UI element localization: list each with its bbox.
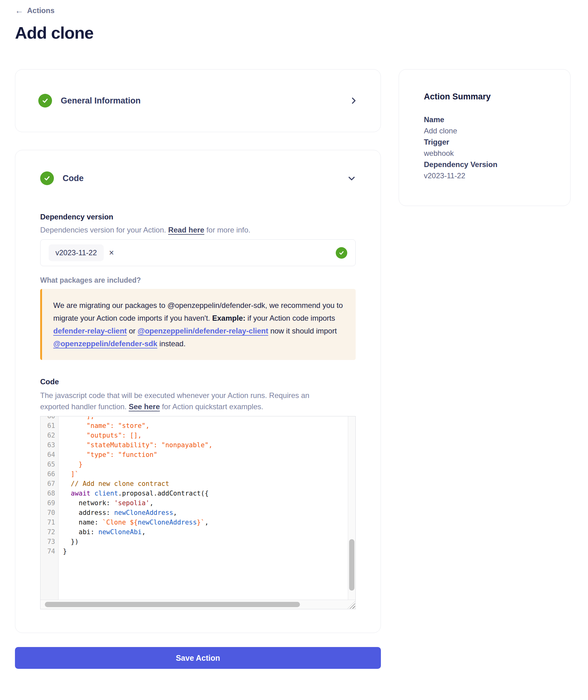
action-summary-list: NameAdd cloneTriggerwebhookDependency Ve…	[424, 114, 545, 181]
code-line: "outputs": [],	[63, 431, 348, 441]
code-section-title: Code	[63, 174, 84, 183]
line-number: 61	[40, 421, 55, 431]
code-line: ],	[63, 417, 348, 421]
note-text: now it should import	[268, 326, 337, 335]
line-number: 62	[40, 431, 55, 441]
note-text: Example:	[212, 314, 245, 322]
horizontal-scrollbar-thumb[interactable]	[45, 602, 300, 607]
save-action-button[interactable]: Save Action	[15, 647, 381, 669]
note-text: if your Action code imports	[245, 314, 335, 322]
package-link[interactable]: @openzeppelin/defender-relay-client	[138, 326, 268, 335]
line-number: 63	[40, 441, 55, 450]
code-line: }	[63, 460, 348, 469]
add-clone-page: ← Actions Add clone General Information	[0, 0, 588, 678]
dependency-version-description: Dependencies version for your Action. Re…	[40, 226, 356, 234]
dependency-version-label: Dependency version	[40, 212, 356, 221]
input-valid-check-icon	[336, 247, 347, 259]
code-line: abi: newCloneAbi,	[63, 527, 348, 537]
migration-note-box: We are migrating our packages to @openze…	[40, 289, 356, 360]
general-information-card[interactable]: General Information	[15, 69, 381, 132]
vertical-scrollbar-thumb[interactable]	[349, 539, 354, 591]
see-here-link[interactable]: See here	[129, 403, 160, 411]
read-here-link[interactable]: Read here	[168, 226, 204, 234]
action-summary-title: Action Summary	[424, 92, 545, 102]
code-field-description: The javascript code that will be execute…	[40, 390, 320, 412]
code-line: await client.proposal.addContract({	[63, 489, 348, 498]
code-line: network: 'sepolia',	[63, 498, 348, 508]
packages-included-label: What packages are included?	[40, 276, 356, 284]
summary-item-label: Trigger	[424, 136, 545, 148]
code-editor[interactable]: 606162636465666768697071727374 ], "name"…	[40, 416, 356, 609]
dependency-desc-suffix: for more info.	[204, 226, 250, 234]
line-number: 68	[40, 489, 55, 498]
editor-vertical-scrollbar[interactable]	[348, 417, 355, 600]
page-title: Add clone	[15, 23, 571, 42]
chevron-right-icon[interactable]	[349, 97, 358, 105]
line-number: 67	[40, 479, 55, 489]
line-number: 64	[40, 450, 55, 460]
line-number: 66	[40, 469, 55, 479]
summary-item-label: Name	[424, 114, 545, 125]
package-link[interactable]: @openzeppelin/defender-sdk	[53, 339, 157, 348]
chevron-down-icon[interactable]	[348, 174, 356, 182]
code-line: "name": "store",	[63, 421, 348, 431]
note-text: or	[127, 326, 138, 335]
line-number: 69	[40, 498, 55, 508]
code-card: Code Dependency version Dependencies ver…	[15, 150, 381, 633]
code-line: name: `Clone ${newCloneAddress}`,	[63, 518, 348, 527]
breadcrumb-back-actions[interactable]: ← Actions	[15, 6, 55, 15]
line-number: 65	[40, 460, 55, 469]
summary-item-value: webhook	[424, 148, 545, 159]
editor-line-number-gutter: 606162636465666768697071727374	[40, 417, 59, 600]
summary-item-value: Add clone	[424, 125, 545, 136]
code-line: ]`	[63, 469, 348, 479]
note-text: instead.	[157, 339, 186, 348]
code-line: // Add new clone contract	[63, 479, 348, 489]
remove-tag-icon[interactable]: ×	[109, 249, 114, 257]
arrow-left-icon: ←	[15, 7, 23, 15]
line-number: 60	[40, 417, 55, 421]
check-circle-icon	[40, 171, 54, 185]
breadcrumb-label: Actions	[27, 6, 55, 15]
action-summary-card: Action Summary NameAdd cloneTriggerwebho…	[399, 69, 571, 206]
dependency-version-tag: v2023-11-22	[49, 244, 104, 261]
editor-horizontal-scrollbar[interactable]	[40, 600, 355, 609]
code-line: address: newCloneAddress,	[63, 508, 348, 518]
line-number: 74	[40, 547, 55, 556]
code-line: })	[63, 537, 348, 547]
general-information-title: General Information	[61, 96, 141, 106]
check-circle-icon	[38, 94, 52, 107]
code-field-label: Code	[40, 378, 356, 386]
dependency-desc-prefix: Dependencies version for your Action.	[40, 226, 168, 234]
dependency-version-input[interactable]: v2023-11-22 ×	[40, 239, 356, 266]
package-link[interactable]: defender-relay-client	[53, 326, 127, 335]
line-number: 73	[40, 537, 55, 547]
line-number: 71	[40, 518, 55, 527]
editor-code-pane[interactable]: ], "name": "store", "outputs": [], "stat…	[59, 417, 348, 600]
code-desc-suffix: for Action quickstart examples.	[160, 403, 263, 411]
summary-item-value: v2023-11-22	[424, 170, 545, 181]
code-line: "type": "function"	[63, 450, 348, 460]
line-number: 70	[40, 508, 55, 518]
code-line: }	[63, 547, 348, 556]
line-number: 72	[40, 527, 55, 537]
summary-item-label: Dependency Version	[424, 159, 545, 170]
code-line: "stateMutability": "nonpayable",	[63, 441, 348, 450]
